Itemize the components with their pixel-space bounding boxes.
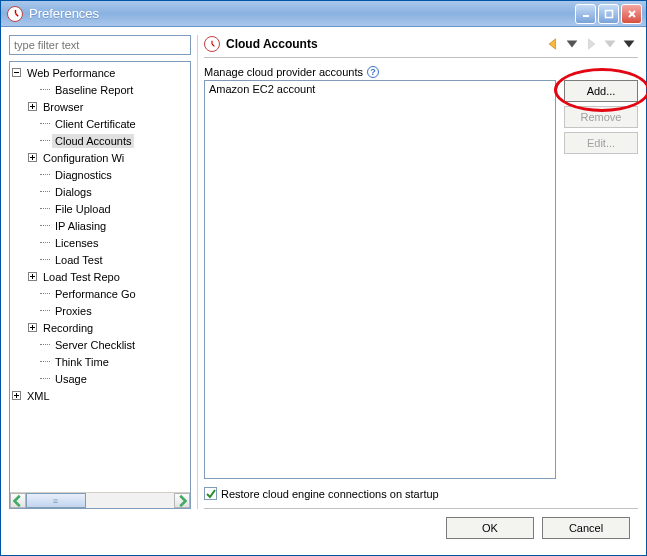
- remove-button: Remove: [564, 106, 638, 128]
- filter-input[interactable]: [9, 35, 191, 55]
- tree-item-label: Performance Go: [52, 287, 139, 301]
- tree-branch-icon: [28, 374, 37, 383]
- tree-item-label: Licenses: [52, 236, 101, 250]
- tree[interactable]: Web PerformanceBaseline ReportBrowserCli…: [9, 61, 191, 509]
- tree-item-label: Diagnostics: [52, 168, 115, 182]
- nav-fwd-icon: [582, 35, 600, 53]
- tree-branch-icon: [28, 255, 37, 264]
- tree-item[interactable]: IP Aliasing: [28, 217, 190, 234]
- scroll-thumb[interactable]: ≡: [26, 493, 86, 508]
- tree-item[interactable]: Load Test: [28, 251, 190, 268]
- tree-item-label: Web Performance: [24, 66, 118, 80]
- close-button[interactable]: [621, 4, 642, 24]
- tree-item-xml[interactable]: XML: [12, 387, 190, 404]
- tree-item-label: Load Test Repo: [40, 270, 123, 284]
- tree-item[interactable]: Think Time: [28, 353, 190, 370]
- tree-item[interactable]: Diagnostics: [28, 166, 190, 183]
- expand-icon[interactable]: [28, 153, 37, 162]
- tree-item[interactable]: Licenses: [28, 234, 190, 251]
- tree-item[interactable]: Baseline Report: [28, 81, 190, 98]
- settings-pane: Cloud Accounts Manage cloud provider acc…: [197, 35, 638, 509]
- tree-item[interactable]: Configuration Wi: [28, 149, 190, 166]
- tree-branch-icon: [28, 289, 37, 298]
- list-item[interactable]: Amazon EC2 account: [205, 81, 555, 97]
- restore-checkbox[interactable]: [204, 487, 217, 500]
- cancel-button[interactable]: Cancel: [542, 517, 630, 539]
- tree-item-label: Client Certificate: [52, 117, 139, 131]
- tree-item[interactable]: Server Checklist: [28, 336, 190, 353]
- maximize-button[interactable]: [598, 4, 619, 24]
- nav-fwd-menu-icon: [601, 35, 619, 53]
- tree-item[interactable]: Browser: [28, 98, 190, 115]
- tree-item-label: IP Aliasing: [52, 219, 109, 233]
- view-menu-icon[interactable]: [620, 35, 638, 53]
- tree-branch-icon: [28, 119, 37, 128]
- restore-label: Restore cloud engine connections on star…: [221, 488, 439, 500]
- svg-rect-1: [605, 10, 612, 17]
- tree-branch-icon: [28, 306, 37, 315]
- tree-item-label: Usage: [52, 372, 90, 386]
- dialog-footer: OK Cancel: [9, 509, 638, 547]
- scroll-left-icon[interactable]: [10, 493, 26, 508]
- tree-branch-icon: [28, 238, 37, 247]
- tree-item-web-performance[interactable]: Web Performance: [12, 64, 190, 81]
- tree-branch-icon: [28, 170, 37, 179]
- tree-item[interactable]: Usage: [28, 370, 190, 387]
- titlebar: Preferences: [1, 1, 646, 27]
- tree-item[interactable]: Dialogs: [28, 183, 190, 200]
- tree-item[interactable]: Client Certificate: [28, 115, 190, 132]
- panel-description: Manage cloud provider accounts: [204, 66, 363, 78]
- expand-icon[interactable]: [12, 391, 21, 400]
- accounts-list[interactable]: Amazon EC2 account: [204, 80, 556, 479]
- tree-item[interactable]: File Upload: [28, 200, 190, 217]
- ok-button[interactable]: OK: [446, 517, 534, 539]
- tree-branch-icon: [28, 187, 37, 196]
- help-icon[interactable]: ?: [367, 66, 379, 78]
- tree-item-label: Baseline Report: [52, 83, 136, 97]
- tree-branch-icon: [28, 221, 37, 230]
- tree-item-label: Dialogs: [52, 185, 95, 199]
- tree-branch-icon: [28, 357, 37, 366]
- tree-item[interactable]: Cloud Accounts: [28, 132, 190, 149]
- tree-branch-icon: [28, 136, 37, 145]
- expand-icon[interactable]: [28, 272, 37, 281]
- tree-branch-icon: [28, 85, 37, 94]
- tree-item-label: Recording: [40, 321, 96, 335]
- preferences-window: Preferences Web PerformanceBaseline Repo…: [0, 0, 647, 556]
- tree-branch-icon: [28, 340, 37, 349]
- add-button[interactable]: Add...: [564, 80, 638, 102]
- expand-icon[interactable]: [28, 323, 37, 332]
- nav-back-icon[interactable]: [544, 35, 562, 53]
- tree-item-label: Proxies: [52, 304, 95, 318]
- tree-item-label: Configuration Wi: [40, 151, 127, 165]
- panel-icon: [204, 36, 220, 52]
- tree-item-label: Think Time: [52, 355, 112, 369]
- collapse-icon[interactable]: [12, 68, 21, 77]
- tree-hscroll[interactable]: ≡: [10, 492, 190, 508]
- tree-item[interactable]: Recording: [28, 319, 190, 336]
- window-title: Preferences: [29, 6, 575, 21]
- panel-title: Cloud Accounts: [226, 37, 544, 51]
- tree-item[interactable]: Load Test Repo: [28, 268, 190, 285]
- minimize-button[interactable]: [575, 4, 596, 24]
- tree-branch-icon: [28, 204, 37, 213]
- tree-item-label: Server Checklist: [52, 338, 138, 352]
- tree-item-label: File Upload: [52, 202, 114, 216]
- app-icon: [7, 6, 23, 22]
- tree-item-label: Browser: [40, 100, 86, 114]
- edit-button: Edit...: [564, 132, 638, 154]
- tree-item[interactable]: Proxies: [28, 302, 190, 319]
- tree-item-label: XML: [24, 389, 53, 403]
- tree-item-label: Cloud Accounts: [52, 134, 134, 148]
- nav-pane: Web PerformanceBaseline ReportBrowserCli…: [9, 35, 191, 509]
- tree-item[interactable]: Performance Go: [28, 285, 190, 302]
- nav-back-menu-icon[interactable]: [563, 35, 581, 53]
- scroll-right-icon[interactable]: [174, 493, 190, 508]
- expand-icon[interactable]: [28, 102, 37, 111]
- tree-item-label: Load Test: [52, 253, 106, 267]
